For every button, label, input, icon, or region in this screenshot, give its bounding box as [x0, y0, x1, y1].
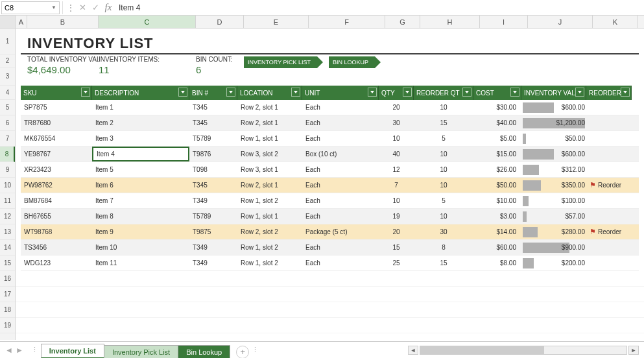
filter-icon[interactable]: [368, 88, 377, 97]
scroll-track[interactable]: [420, 346, 627, 355]
table-row[interactable]: SP7875Item 1T345Row 2, slot 1Each2010$30…: [21, 100, 639, 115]
cell-description[interactable]: Item 2: [92, 115, 189, 130]
th-inventory-value[interactable]: INVENTORY VALU: [521, 86, 586, 100]
cell-unit[interactable]: Each: [302, 178, 379, 193]
cell-reorder[interactable]: [586, 115, 632, 130]
cell-sku[interactable]: PW98762: [21, 178, 92, 193]
cell-cost[interactable]: $5.00: [473, 131, 521, 146]
row-header[interactable]: 14: [0, 240, 15, 256]
accept-icon[interactable]: ✓: [89, 1, 102, 14]
name-box[interactable]: C8 ▼: [1, 1, 60, 14]
cell-reorder[interactable]: [586, 147, 632, 161]
cell-sku[interactable]: MK676554: [21, 131, 92, 146]
cell-bin[interactable]: T098: [189, 162, 237, 177]
cell-unit[interactable]: Each: [302, 209, 379, 224]
sheet-nav-prev-icon[interactable]: ◄: [5, 346, 13, 355]
cell-location[interactable]: Row 1, slot 2: [237, 193, 302, 208]
cell-sku[interactable]: TR87680: [21, 115, 92, 130]
tab-inventory-pick-list[interactable]: Inventory Pick List: [104, 345, 178, 359]
cell-unit[interactable]: Box (10 ct): [302, 147, 379, 161]
cell-bin[interactable]: T345: [189, 178, 237, 193]
cell-qty[interactable]: 10: [379, 131, 414, 146]
filter-icon[interactable]: [575, 88, 584, 97]
cell-bin[interactable]: T345: [189, 115, 237, 130]
table-row[interactable]: WT98768Item 9T9875Row 2, slot 2Package (…: [21, 224, 639, 240]
cell-unit[interactable]: Each: [302, 193, 379, 208]
cell-inventory-value[interactable]: $50.00: [521, 131, 586, 146]
table-row[interactable]: BM87684Item 7T349Row 1, slot 2Each105$10…: [21, 193, 639, 209]
column-header-D[interactable]: D: [196, 16, 244, 28]
cell-location[interactable]: Row 2, slot 1: [237, 178, 302, 193]
cell-bin[interactable]: T349: [189, 256, 237, 270]
row-header[interactable]: 2: [0, 54, 15, 67]
cell-inventory-value[interactable]: $100.00: [521, 193, 586, 208]
filter-icon[interactable]: [403, 88, 412, 97]
scroll-right-icon[interactable]: ►: [628, 346, 639, 355]
cell-cost[interactable]: $3.00: [473, 209, 521, 224]
formula-input[interactable]: [115, 1, 643, 14]
cell-description[interactable]: Item 1: [92, 100, 189, 115]
cell-unit[interactable]: Each: [302, 256, 379, 270]
cell-reorder-qty[interactable]: 10: [414, 178, 473, 193]
cell-description[interactable]: Item 6: [92, 178, 189, 193]
cell-cost[interactable]: $40.00: [473, 115, 521, 130]
cell-unit[interactable]: Each: [302, 115, 379, 130]
tab-inventory-list[interactable]: Inventory List: [41, 344, 104, 359]
filter-icon[interactable]: [621, 88, 630, 97]
cell-qty[interactable]: 7: [379, 178, 414, 193]
row-header[interactable]: 6: [0, 115, 15, 131]
cell-inventory-value[interactable]: $57.00: [521, 209, 586, 224]
cell-reorder-qty[interactable]: 10: [414, 147, 473, 161]
row-header[interactable]: 19: [0, 318, 15, 333]
th-description[interactable]: DESCRIPTION: [92, 86, 189, 100]
cell-reorder[interactable]: [586, 209, 632, 224]
cell-reorder-qty[interactable]: 5: [414, 131, 473, 146]
cell-qty[interactable]: 20: [379, 100, 414, 115]
table-row[interactable]: YE98767Item 4T9876Row 3, slot 2Box (10 c…: [21, 147, 639, 162]
table-row[interactable]: BH67655Item 8T5789Row 1, slot 1Each1910$…: [21, 209, 639, 224]
chevron-down-icon[interactable]: ▼: [51, 5, 56, 10]
cell-description[interactable]: Item 3: [92, 131, 189, 146]
cell-sku[interactable]: XR23423: [21, 162, 92, 177]
add-sheet-button[interactable]: +: [236, 346, 249, 359]
th-location[interactable]: LOCATION: [237, 86, 302, 100]
column-header-B[interactable]: B: [27, 16, 99, 28]
row-header[interactable]: 12: [0, 209, 15, 224]
cell-description[interactable]: Item 10: [92, 240, 189, 255]
cell-sku[interactable]: WT98768: [21, 224, 92, 239]
cell-description[interactable]: Item 7: [92, 193, 189, 208]
cell-location[interactable]: Row 1, slot 2: [237, 256, 302, 270]
column-header-F[interactable]: F: [309, 16, 385, 28]
cell-cost[interactable]: $30.00: [473, 100, 521, 115]
filter-icon[interactable]: [178, 88, 187, 97]
cell-cost[interactable]: $8.00: [473, 256, 521, 270]
cell-cost[interactable]: $14.00: [473, 224, 521, 239]
cell-unit[interactable]: Each: [302, 240, 379, 255]
cell-location[interactable]: Row 3, slot 2: [237, 147, 302, 161]
cell-reorder[interactable]: [586, 256, 632, 270]
cell-bin[interactable]: T9876: [189, 147, 237, 161]
cell-reorder[interactable]: [586, 162, 632, 177]
cell-description[interactable]: Item 5: [92, 162, 189, 177]
filter-icon[interactable]: [291, 88, 300, 97]
cell-bin[interactable]: T5789: [189, 131, 237, 146]
cell-reorder[interactable]: ⚑Reorder: [586, 224, 632, 239]
cell-reorder-qty[interactable]: 10: [414, 100, 473, 115]
cell-bin[interactable]: T349: [189, 193, 237, 208]
cell-qty[interactable]: 25: [379, 256, 414, 270]
cell-reorder-qty[interactable]: 10: [414, 209, 473, 224]
cell-bin[interactable]: T5789: [189, 209, 237, 224]
table-row[interactable]: WDG123Item 11T349Row 1, slot 2Each2515$8…: [21, 256, 639, 271]
cell-sku[interactable]: SP7875: [21, 100, 92, 115]
cell-unit[interactable]: Each: [302, 131, 379, 146]
cell-qty[interactable]: 20: [379, 224, 414, 239]
cell-qty[interactable]: 19: [379, 209, 414, 224]
cell-unit[interactable]: Each: [302, 100, 379, 115]
cell-reorder-qty[interactable]: 10: [414, 162, 473, 177]
cell-sku[interactable]: BM87684: [21, 193, 92, 208]
row-header[interactable]: 10: [0, 178, 15, 193]
cell-location[interactable]: Row 2, slot 1: [237, 115, 302, 130]
scroll-left-icon[interactable]: ◄: [408, 346, 418, 355]
table-row[interactable]: TS3456Item 10T349Row 1, slot 2Each158$60…: [21, 240, 639, 256]
column-header-H[interactable]: H: [420, 16, 480, 28]
